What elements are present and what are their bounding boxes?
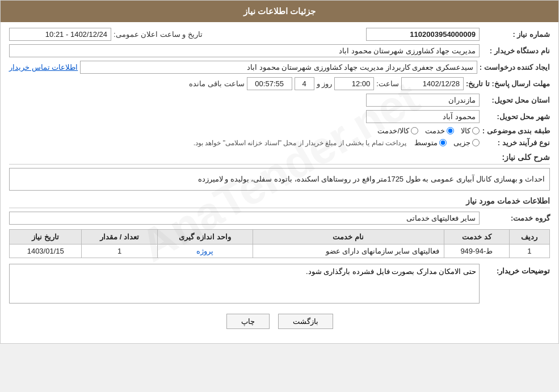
- day-value: 4: [295, 77, 314, 90]
- buyer-note-textarea[interactable]: [9, 264, 480, 304]
- purchase-type-jozii[interactable]: جزیی: [453, 138, 480, 147]
- radio-khadamat[interactable]: [447, 127, 454, 134]
- col-name: نام خدمت: [253, 230, 444, 245]
- services-table-container: ردیف کد خدمت نام خدمت واحد اندازه گیری ت…: [9, 229, 550, 258]
- time-label: ساعت:: [376, 79, 399, 88]
- col-qty: تعداد / مقدار: [82, 230, 157, 245]
- requester-label: ایجاد کننده درخواست :: [480, 63, 550, 71]
- purchase-type-radio-group: جزیی متوسط: [414, 138, 480, 147]
- purchase-type-mottasat[interactable]: متوسط: [414, 138, 447, 147]
- page-header: جزئیات اطلاعات نیاز: [1, 1, 558, 22]
- desc-title: شرح کلی نیاز:: [9, 153, 550, 165]
- buyer-note-label: توضیحات خریدار:: [482, 264, 550, 275]
- city-label: شهر محل تحویل:: [482, 112, 550, 121]
- desc-value: احداث و بهسازی کانال آبیاری عمومی به طول…: [198, 175, 545, 183]
- services-title: اطلاعات خدمات مورد نیاز: [9, 196, 550, 208]
- radio-jozii[interactable]: [472, 139, 480, 146]
- remaining-label: ساعت باقی مانده: [189, 79, 244, 88]
- radio-khadamat-label: خدمت: [425, 127, 445, 135]
- purchase-type-label: نوع فرآیند خرید :: [482, 138, 550, 147]
- buyer-note-row: توضیحات خریدار:: [9, 264, 550, 305]
- cell-unit: پروژه: [157, 245, 253, 258]
- radio-jozii-label: جزیی: [453, 138, 470, 147]
- day-label: روز و: [317, 79, 333, 88]
- announce-time-label: تاریخ و ساعت اعلان عمومی:: [114, 30, 203, 39]
- response-deadline-label: مهلت ارسال پاسخ: تا تاریخ:: [466, 79, 550, 88]
- category-option-khadamat[interactable]: خدمت: [425, 127, 454, 135]
- back-button[interactable]: بازگشت: [278, 314, 333, 329]
- category-option-kala[interactable]: کالا: [461, 127, 480, 135]
- services-table: ردیف کد خدمت نام خدمت واحد اندازه گیری ت…: [9, 229, 550, 258]
- buyer-org-label: نام دستگاه خریدار :: [482, 47, 550, 55]
- purchase-type-note: پرداخت تمام یا بخشی از مبلغ خریدار از مح…: [194, 139, 406, 147]
- cell-code: ط-94-949: [444, 245, 510, 258]
- city-value: محمود آباد: [366, 110, 480, 123]
- col-date: تاریخ نیاز: [10, 230, 82, 245]
- page-title: جزئیات اطلاعات نیاز: [243, 6, 316, 16]
- category-label: طبقه بندی موضوعی :: [482, 127, 550, 135]
- announce-time-value: 1402/12/24 - 10:21: [9, 28, 111, 41]
- contact-link[interactable]: اطلاعات تماس خریدار: [9, 63, 78, 71]
- province-label: استان محل تحویل:: [482, 96, 550, 104]
- remaining-time: 00:57:55: [247, 77, 292, 90]
- radio-kala-khadamat[interactable]: [411, 127, 418, 134]
- deadline-date: 1402/12/28: [401, 77, 464, 90]
- category-radio-group: کالا خدمت کالا/خدمت: [377, 127, 480, 135]
- radio-kala-khadamat-label: کالا/خدمت: [377, 127, 409, 135]
- print-button[interactable]: چاپ: [226, 314, 270, 329]
- col-unit: واحد اندازه گیری: [157, 230, 253, 245]
- province-value: مازندران: [366, 94, 480, 107]
- service-group-label: گروه خدمت:: [482, 214, 550, 222]
- requester-value: سیدعسکری جعفری کاربرداز مدیریت جهاد کشاو…: [80, 61, 477, 74]
- radio-kala-label: کالا: [461, 127, 470, 135]
- deadline-time: 12:00: [334, 77, 374, 90]
- need-number-label: شماره نیاز :: [482, 30, 550, 39]
- desc-box: احداث و بهسازی کانال آبیاری عمومی به طول…: [9, 168, 550, 191]
- radio-mottasat-label: متوسط: [414, 138, 438, 147]
- cell-qty: 1: [82, 245, 157, 258]
- radio-mottasat[interactable]: [439, 139, 447, 146]
- footer-buttons: بازگشت چاپ: [9, 314, 550, 329]
- need-number-value: 1102003954000009: [366, 28, 480, 41]
- cell-date: 1403/01/15: [10, 245, 82, 258]
- service-group-value: سایر فعالیتهای خدماتی: [9, 212, 480, 225]
- category-option-kala-khadamat[interactable]: کالا/خدمت: [377, 127, 418, 135]
- col-code: کد خدمت: [444, 230, 510, 245]
- col-row: ردیف: [509, 230, 549, 245]
- cell-name: فعالیتهای سایر سازمانهای دارای عضو: [253, 245, 444, 258]
- table-row: 1 ط-94-949 فعالیتهای سایر سازمانهای دارا…: [10, 245, 550, 258]
- buyer-org-value: مدیریت جهاد کشاورزی شهرستان محمود اباد: [9, 44, 480, 57]
- radio-kala[interactable]: [472, 127, 480, 134]
- cell-row: 1: [509, 245, 549, 258]
